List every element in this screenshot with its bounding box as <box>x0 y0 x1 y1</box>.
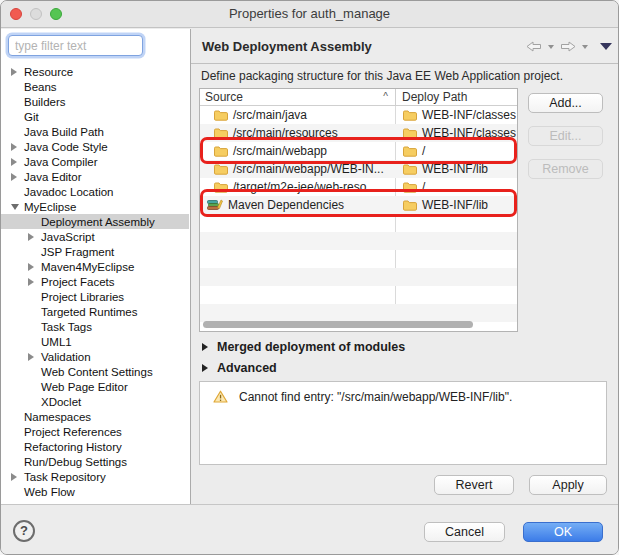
window-title: Properties for auth_manage <box>1 6 618 21</box>
cancel-button[interactable]: Cancel <box>424 522 505 542</box>
sidebar-item-java-editor[interactable]: Java Editor <box>1 169 189 184</box>
folder-icon <box>403 164 417 175</box>
folder-icon <box>403 182 417 193</box>
expander-icon[interactable] <box>11 143 24 151</box>
table-row[interactable]: /target/m2e-jee/web-reso... / <box>200 178 517 196</box>
folder-icon <box>403 200 417 211</box>
sidebar-item-resource[interactable]: Resource <box>1 64 189 79</box>
help-button[interactable]: ? <box>13 520 35 542</box>
sidebar-item-beans[interactable]: Beans <box>1 79 189 94</box>
column-header-deploy-path[interactable]: Deploy Path <box>395 89 517 105</box>
sidebar-item-javadoc-location[interactable]: Javadoc Location <box>1 184 189 199</box>
expander-icon[interactable] <box>28 233 41 241</box>
sidebar-item-builders[interactable]: Builders <box>1 94 189 109</box>
folder-icon <box>214 110 228 121</box>
expander-icon[interactable] <box>28 263 41 271</box>
table-row[interactable]: /src/main/java WEB-INF/classes <box>200 106 517 124</box>
back-history-caret-icon <box>548 45 554 49</box>
sidebar: Resource Beans Builders Git Java Build P… <box>1 29 191 504</box>
expander-icon <box>202 343 208 351</box>
sidebar-item-targeted-runtimes[interactable]: Targeted Runtimes <box>1 304 189 319</box>
ok-button[interactable]: OK <box>523 522 603 542</box>
folder-icon <box>403 146 417 157</box>
horizontal-scrollbar[interactable] <box>203 321 473 328</box>
expander-icon <box>202 364 208 372</box>
expander-icon[interactable] <box>11 473 24 481</box>
sidebar-item-deployment-assembly[interactable]: Deployment Assembly <box>1 214 189 229</box>
sidebar-item-web-page-editor[interactable]: Web Page Editor <box>1 379 189 394</box>
forward-arrow-icon <box>560 41 576 52</box>
sidebar-item-namespaces[interactable]: Namespaces <box>1 409 189 424</box>
expander-icon[interactable] <box>11 68 24 76</box>
section-advanced[interactable]: Advanced <box>202 361 277 375</box>
titlebar: Properties for auth_manage <box>1 1 618 28</box>
expander-icon[interactable] <box>11 158 24 166</box>
add-button[interactable]: Add... <box>528 93 603 113</box>
sidebar-item-project-references[interactable]: Project References <box>1 424 189 439</box>
problems-box: Cannot find entry: "/src/main/webapp/WEB… <box>199 381 607 465</box>
folder-icon <box>214 164 228 175</box>
table-header: Source ^ Deploy Path <box>200 89 517 106</box>
folder-icon <box>214 128 228 139</box>
sidebar-item-javascript[interactable]: JavaScript <box>1 229 189 244</box>
sidebar-item-maven4myeclipse[interactable]: Maven4MyEclipse <box>1 259 189 274</box>
sort-ascending-icon: ^ <box>383 91 388 103</box>
folder-icon <box>403 128 417 139</box>
view-menu-icon[interactable] <box>600 43 612 50</box>
page-description: Define packaging structure for this Java… <box>201 69 563 83</box>
table-row-empty <box>200 304 517 322</box>
sidebar-item-java-build-path[interactable]: Java Build Path <box>1 124 189 139</box>
section-merged-deployment[interactable]: Merged deployment of modules <box>202 340 405 354</box>
sidebar-item-git[interactable]: Git <box>1 109 189 124</box>
header-toolbar <box>526 41 612 52</box>
table-row[interactable]: /src/main/webapp/WEB-IN... WEB-INF/lib <box>200 160 517 178</box>
back-arrow-icon <box>526 41 542 52</box>
folder-icon <box>214 182 228 193</box>
apply-button[interactable]: Apply <box>529 475 607 495</box>
sidebar-item-task-tags[interactable]: Task Tags <box>1 319 189 334</box>
table-row-maven-dependencies[interactable]: Maven Dependencies WEB-INF/lib <box>200 196 517 214</box>
expander-icon[interactable] <box>11 173 24 181</box>
sidebar-item-project-facets[interactable]: Project Facets <box>1 274 189 289</box>
remove-button: Remove <box>528 159 603 179</box>
folder-icon <box>214 146 228 157</box>
table-row[interactable]: /src/main/resources WEB-INF/classes <box>200 124 517 142</box>
sidebar-item-myeclipse[interactable]: MyEclipse <box>1 199 189 214</box>
sidebar-item-web-flow[interactable]: Web Flow <box>1 484 189 499</box>
table-row-empty <box>200 214 517 232</box>
main-panel: Web Deployment Assembly Define packaging… <box>191 29 619 504</box>
expander-icon[interactable] <box>28 278 41 286</box>
warning-message: Cannot find entry: "/src/main/webapp/WEB… <box>239 390 512 404</box>
properties-dialog: Properties for auth_manage Resource Bean… <box>0 0 619 555</box>
page-header: Web Deployment Assembly <box>191 29 619 64</box>
sidebar-item-validation[interactable]: Validation <box>1 349 189 364</box>
table-row-webapp[interactable]: /src/main/webapp / <box>200 142 517 160</box>
sidebar-item-web-content-settings[interactable]: Web Content Settings <box>1 364 189 379</box>
preferences-tree: Resource Beans Builders Git Java Build P… <box>1 64 189 499</box>
sidebar-item-xdoclet[interactable]: XDoclet <box>1 394 189 409</box>
table-row-empty <box>200 250 517 268</box>
sidebar-item-refactoring-history[interactable]: Refactoring History <box>1 439 189 454</box>
column-header-source[interactable]: Source ^ <box>200 89 395 105</box>
maven-library-icon <box>207 199 223 211</box>
page-title: Web Deployment Assembly <box>202 39 372 54</box>
sidebar-item-task-repository[interactable]: Task Repository <box>1 469 189 484</box>
edit-button: Edit... <box>528 126 603 146</box>
sidebar-item-run-debug-settings[interactable]: Run/Debug Settings <box>1 454 189 469</box>
table-row-empty <box>200 268 517 286</box>
sidebar-item-java-compiler[interactable]: Java Compiler <box>1 154 189 169</box>
sidebar-item-jsp-fragment[interactable]: JSP Fragment <box>1 244 189 259</box>
deployment-assembly-table: Source ^ Deploy Path /src/main/java WEB-… <box>199 88 518 332</box>
revert-button[interactable]: Revert <box>434 475 514 495</box>
warning-icon <box>213 390 228 403</box>
table-row-empty <box>200 232 517 250</box>
expander-icon[interactable] <box>11 204 24 210</box>
sidebar-item-project-libraries[interactable]: Project Libraries <box>1 289 189 304</box>
filter-input[interactable] <box>8 35 143 56</box>
dialog-footer: ? Cancel OK <box>1 504 619 555</box>
expander-icon[interactable] <box>28 353 41 361</box>
sidebar-item-java-code-style[interactable]: Java Code Style <box>1 139 189 154</box>
table-row-empty <box>200 286 517 304</box>
sidebar-item-uml1[interactable]: UML1 <box>1 334 189 349</box>
folder-icon <box>403 110 417 121</box>
